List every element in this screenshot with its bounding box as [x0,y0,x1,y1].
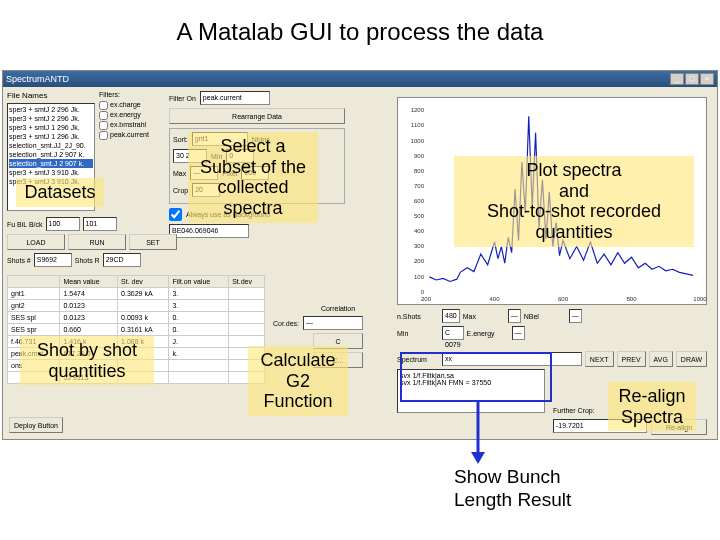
bg-label: Always use as Background [186,211,270,218]
list-item[interactable]: sper3 + smtJ 1 296 Jk. [9,123,93,132]
y-tick: 600 [414,198,424,204]
table-cell: 3. [169,288,229,300]
anno-show-bunch: Show Bunch Length Result [454,466,571,512]
checkbox-label: ex.bmstrahl [110,120,146,130]
cor-field[interactable]: — [303,316,363,330]
table-cell: 0. [169,312,229,324]
table-cell: k. [169,348,229,360]
y-tick: 1000 [411,138,424,144]
checkbox[interactable] [99,121,108,130]
max-field[interactable]: — [190,166,218,180]
rmax-field[interactable]: — [508,309,521,323]
list-item[interactable]: svx 1/f.Filtk|AN FMN = 37550 [400,379,542,386]
avg-button[interactable]: AVG [649,351,673,367]
checkbox[interactable] [99,101,108,110]
rearrange-button[interactable]: Rearrange Data [169,108,345,124]
table-cell [229,348,265,360]
draw-button[interactable]: DRAW [676,351,707,367]
val101-field[interactable]: 101 [83,217,117,231]
table-cell: 5J 9313 [60,372,118,384]
titlebar: SpectrumANTD _ □ × [3,71,717,87]
nshots-field[interactable]: 480 [442,309,460,323]
cdot-button[interactable]: C... [313,352,363,368]
val100-field[interactable]: 100 [46,217,80,231]
realign-button[interactable]: Re-align [651,419,707,435]
table-cell: 0.3161 kA [118,324,169,336]
list-item[interactable]: sper3 + smtJ 2 296 Jk. [9,105,93,114]
table-header: St. dev [118,276,169,288]
table-cell [118,348,169,360]
table-header: Filt.on value [169,276,229,288]
filelist-label: File Names [7,91,47,100]
list-item[interactable]: selection_smt.J 2 907 k. [9,159,93,168]
filter-on-select[interactable]: peak.current [200,91,270,105]
table-cell [229,300,265,312]
nbins-field[interactable]: 30 2 [173,149,207,163]
list-item[interactable]: sper3 + smtJ 3 910 Jk. [9,177,93,186]
y-tick: 100 [414,274,424,280]
quantities-table: Mean valueSt. devFilt.on valueSt.devgnt1… [7,275,265,384]
c-button[interactable]: C [313,333,363,349]
spectrum-plot: 0100200300400500600700800900100011001200… [397,97,707,305]
list-item[interactable]: sper3 + smtJ 1 296 Jk. [9,132,93,141]
checkbox[interactable] [99,131,108,140]
energy-label: E.energy [467,330,509,337]
filters-label: Filters: [99,91,163,98]
shots-r-field[interactable]: 29CD [103,253,141,267]
realign-field[interactable]: -19.7201 [553,419,647,433]
table-row: peak.cmnt617.21.3k. [8,348,265,360]
list-item[interactable]: selection_smt.J 2 907 k. [9,150,93,159]
min-field[interactable]: 0 [226,149,254,163]
load-button[interactable]: LOAD [7,234,65,250]
next-button[interactable]: NEXT [585,351,614,367]
further-crop-label: Further Crop: [553,407,595,414]
maximize-button[interactable]: □ [685,73,699,85]
table-cell [60,360,118,372]
table-cell [229,288,265,300]
realign-row: -19.7201 Re-align [553,419,707,435]
deploy-button[interactable]: Deploy Button [9,417,63,433]
nbel-field[interactable]: — [569,309,582,323]
table-cell: peak.cmnt [8,348,60,360]
close-button[interactable]: × [700,73,714,85]
list-item[interactable]: svx 1/f.Filtk|an.sa [400,372,542,379]
table-cell: 1.416 k [60,336,118,348]
shots-field[interactable]: S9692 [34,253,72,267]
list-item[interactable]: selection_smt.JJ_2J_90. [9,141,93,150]
arrow-down-icon [468,402,488,464]
filter-checkbox-row: ex.energy [99,110,163,120]
table-cell: 0.0123 [60,312,118,324]
sort-select[interactable]: gnt1 [192,132,248,146]
pixel-field[interactable]: 200 [241,166,269,180]
dataset-listbox[interactable]: sper3 + smtJ 2 296 Jk.sper3 + smtJ 2 296… [7,103,95,211]
filter-checkbox-row: ex.bmstrahl [99,120,163,130]
run-button[interactable]: RUN [68,234,126,250]
list-item[interactable]: sper3 + smtJ 2 296 Jk. [9,114,93,123]
min-label: Min [211,153,222,160]
table-cell: 1.5474 [60,288,118,300]
y-tick: 800 [414,168,424,174]
crop-label: Crop [173,187,188,194]
lower-left-panel: Fu BiL B/ck 100 101 LOAD RUN SET Shots #… [7,217,195,270]
rmin-field[interactable]: C 0079 [442,326,464,340]
minimize-button[interactable]: _ [670,73,684,85]
filters-column: Filters: ex.chargeex.energyex.bmstrahlpe… [99,91,163,140]
list-item[interactable]: sper3 + smtJ 3 910 Jk. [9,168,93,177]
table-cell: 0.0093 k [118,312,169,324]
correlation-panel: Correlation Cor.des: — C C... [273,305,403,371]
y-tick: 400 [414,228,424,234]
nbel-label: NBel [524,313,566,320]
prev-button[interactable]: PREV [617,351,646,367]
y-tick: 700 [414,183,424,189]
nshots-label: n.Shots [397,313,439,320]
spectrum-select[interactable]: xx [442,352,582,366]
y-tick: 300 [414,243,424,249]
set-button[interactable]: SET [129,234,177,250]
table-row: ons [8,360,265,372]
checkbox[interactable] [99,111,108,120]
energy-field[interactable]: — [512,326,525,340]
table-row: gnt11.54740.3629 kA3. [8,288,265,300]
y-tick: 900 [414,153,424,159]
crop-field[interactable]: 20 [192,183,220,197]
table-cell [229,324,265,336]
